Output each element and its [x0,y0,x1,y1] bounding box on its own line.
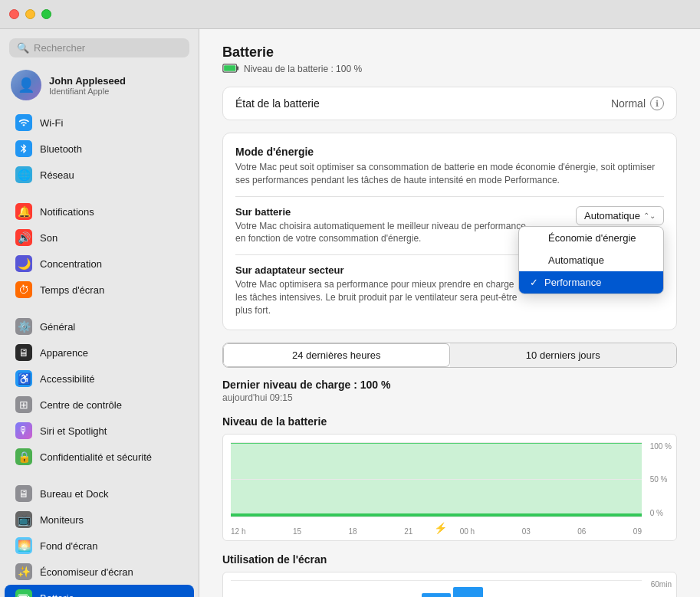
dropdown-trigger[interactable]: Automatique ⌃⌄ [576,206,664,225]
titlebar [0,0,700,29]
search-container: 🔍 Rechercher [0,29,199,64]
usage-chart-section: Utilisation de l'écran [222,553,677,597]
usage-chart-container: 60min 30min 0min 12 h 15 18 21 00 h 03 0… [222,572,677,597]
user-profile[interactable]: 👤 John Appleseed Identifiant Apple [0,64,199,110]
user-info: John Appleseed Identifiant Apple [49,75,126,96]
sidebar-item-label-notifications: Notifications [40,206,94,218]
usage-y-labels: 60min 30min 0min [651,580,672,597]
sidebar-item-label-batterie: Batterie [40,592,74,598]
minimize-button[interactable] [25,9,35,19]
battery-x-21: 21 [404,527,412,536]
sidebar-item-reseau[interactable]: 🌐 Réseau [5,162,194,188]
dropdown-container: Automatique ⌃⌄ Économie d'énergie Au [576,206,664,225]
page-title: Batterie [222,44,362,61]
notifications-icon: 🔔 [15,203,32,220]
focus-icon: 🌙 [15,255,32,272]
energy-mode-title: Mode d'énergie [235,146,664,158]
maximize-button[interactable] [41,9,51,19]
battery-chart-container: ⚡ 100 % 50 % 0 % 12 h 15 18 21 00 h [222,434,677,541]
sidebar-section-system1: 🔔 Notifications 🔊 Son 🌙 Concentration ⏱ … [0,198,199,303]
battery-chart-title: Niveau de la batterie [222,415,677,428]
charge-info: Dernier niveau de charge : 100 % aujourd… [222,379,677,403]
user-name: John Appleseed [49,75,126,87]
wallpaper-icon: 🌅 [15,537,32,554]
sidebar-item-centre-controle[interactable]: ⊞ Centre de contrôle [5,392,194,418]
charge-time: aujourd'hui 09:15 [222,392,677,403]
battery-x-00h: 00 h [460,527,475,536]
sidebar-item-batterie[interactable]: Batterie [5,585,194,597]
sidebar-item-label-fond-ecran: Fond d'écran [40,540,97,552]
battery-y-labels: 100 % 50 % 0 % [650,442,672,517]
battery-x-18: 18 [349,527,357,536]
sidebar-item-label-reseau: Réseau [40,169,74,181]
page-header: Batterie Niveau de la batterie : 100 % [222,44,677,74]
sidebar-item-economiseur[interactable]: ✨ Économiseur d'écran [5,559,194,585]
svg-rect-4 [237,66,239,70]
tab-24h[interactable]: 24 dernières heures [223,343,450,367]
sidebar-item-accessibilite[interactable]: ♿ Accessibilité [5,366,194,392]
sidebar-item-label-apparence: Apparence [40,347,88,359]
sidebar-item-label-moniteurs: Moniteurs [40,514,84,526]
dropdown-item-performance[interactable]: ✓ Performance [519,271,663,294]
sidebar-item-confidentialite[interactable]: 🔒 Confidentialité et sécurité [5,444,194,470]
sidebar-section-system2: ⚙️ Général 🖥 Apparence ♿ Accessibilité ⊞… [0,313,199,470]
accessibility-icon: ♿ [15,370,32,387]
search-placeholder: Rechercher [34,42,85,54]
sidebar: 🔍 Rechercher 👤 John Appleseed Identifian… [0,29,199,597]
content-area: Batterie Niveau de la batterie : 100 % É… [199,29,700,597]
siri-icon: 🎙 [15,422,32,439]
dropdown-label-economie: Économie d'énergie [548,232,636,244]
search-icon: 🔍 [17,42,29,54]
sidebar-item-concentration[interactable]: 🌙 Concentration [5,251,194,277]
sidebar-item-label-general: Général [40,321,75,333]
sidebar-item-bluetooth[interactable]: Bluetooth [5,136,194,162]
dropdown-label-automatique: Automatique [548,254,604,266]
sidebar-item-wifi[interactable]: Wi-Fi [5,110,194,136]
search-box[interactable]: 🔍 Rechercher [9,38,189,57]
sidebar-item-label-confidentialite: Confidentialité et sécurité [40,451,152,463]
control-icon: ⊞ [15,396,32,413]
main-layout: 🔍 Rechercher 👤 John Appleseed Identifian… [0,29,700,597]
screensaver-icon: ✨ [15,563,32,580]
sidebar-item-temps-ecran[interactable]: ⏱ Temps d'écran [5,277,194,303]
tab-10d[interactable]: 10 derniers jours [450,343,677,367]
sidebar-item-label-concentration: Concentration [40,258,102,270]
sidebar-item-label-bluetooth: Bluetooth [40,143,82,155]
battery-x-12h: 12 h [231,527,245,536]
privacy-icon: 🔒 [15,448,32,465]
dropdown-arrow-icon: ⌃⌄ [643,212,656,220]
sidebar-item-general[interactable]: ⚙️ Général [5,313,194,340]
energy-mode-desc: Votre Mac peut soit optimiser sa consomm… [235,161,664,187]
sidebar-item-bureau[interactable]: 🖥 Bureau et Dock [5,481,194,507]
desktop-icon: 🖥 [15,485,32,502]
sidebar-section-network: Wi-Fi Bluetooth 🌐 Réseau [0,110,199,188]
sidebar-item-label-economiseur: Économiseur d'écran [40,566,133,578]
sidebar-item-fond-ecran[interactable]: 🌅 Fond d'écran [5,533,194,559]
battery-x-09: 09 [633,527,642,536]
sidebar-item-label-centre-controle: Centre de contrôle [40,399,122,411]
sidebar-item-label-temps-ecran: Temps d'écran [40,284,104,296]
usage-y-60min: 60min [651,580,672,589]
sidebar-item-siri[interactable]: 🎙 Siri et Spotlight [5,418,194,444]
battery-y-label-50: 50 % [650,475,672,484]
sidebar-item-apparence[interactable]: 🖥 Apparence [5,340,194,366]
battery-status-value: Normal ℹ [611,97,664,110]
sidebar-item-notifications[interactable]: 🔔 Notifications [5,198,194,225]
dropdown-item-automatique[interactable]: Automatique [519,249,663,271]
sur-batterie-desc: Votre Mac choisira automatiquement le me… [235,220,527,246]
charge-level: Dernier niveau de charge : 100 % [222,379,677,391]
energy-mode-card: Mode d'énergie Votre Mac peut soit optim… [222,133,677,330]
dropdown-item-economie[interactable]: Économie d'énergie [519,227,663,249]
dropdown-check-performance: ✓ [530,277,538,288]
sur-batterie-section: Sur batterie Votre Mac choisira automati… [235,196,664,246]
general-icon: ⚙️ [15,318,32,335]
close-button[interactable] [9,9,19,19]
time-tabs: 24 dernières heures 10 derniers jours [222,343,677,368]
sidebar-item-label-accessibilite: Accessibilité [40,373,95,385]
battery-green-band [231,513,642,517]
sidebar-item-son[interactable]: 🔊 Son [5,225,194,251]
info-button[interactable]: ℹ [650,97,664,110]
sidebar-item-moniteurs[interactable]: 📺 Moniteurs [5,507,194,533]
traffic-lights [9,9,51,19]
sur-adaptateur-desc: Votre Mac optimisera sa performance pour… [235,278,527,317]
